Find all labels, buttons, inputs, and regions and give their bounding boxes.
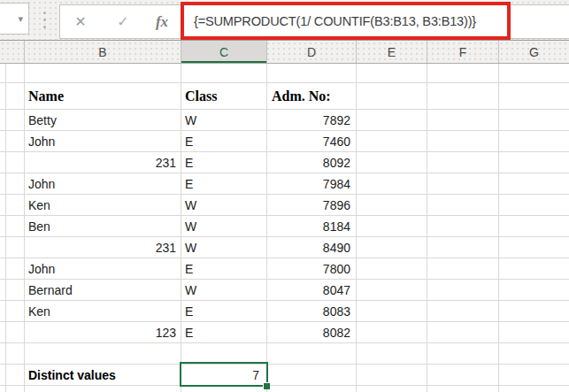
cell-name[interactable]: Ken [25,301,180,321]
formula-text[interactable]: {=SUMPRODUCT(1/ COUNTIF(B3:B13, B3:B13))… [194,14,476,28]
cell-name[interactable]: Ken [25,195,180,215]
cell-name[interactable]: Betty [25,110,180,130]
name-box-dropdown-icon[interactable]: ▾ [18,14,23,24]
table-row: Ken E 8083 [0,301,569,322]
cell-class[interactable]: W [181,195,265,215]
table-row: John E 7460 [0,131,569,152]
table-row: Ben W 8184 [0,216,569,237]
table-row: Betty W 7892 [0,110,569,131]
cell-adm[interactable]: 7800 [267,258,355,279]
cell-class[interactable]: W [181,216,265,236]
table-row: 231 E 8092 [0,152,569,173]
cell-name[interactable]: 231 [25,152,180,173]
cell-class[interactable]: W [181,237,265,257]
formula-bar-area: ▾ ✕ ✓ fx {=SUMPRODUCT(1/ COUNTIF(B3:B13,… [0,0,569,41]
cell-adm[interactable]: 8184 [267,216,355,236]
column-header-E[interactable]: E [356,41,427,63]
table-row: John E 7800 [0,258,569,280]
cell-name[interactable]: 123 [25,322,180,342]
cell-class[interactable]: E [181,322,265,342]
distinct-values-label[interactable]: Distinct values [25,365,180,385]
cell-class[interactable]: E [181,152,265,173]
column-header-C[interactable]: C [181,41,266,63]
column-header-corner [0,41,24,63]
fill-handle[interactable] [263,382,270,389]
column-headers: B C D E F G [0,41,569,64]
enter-icon[interactable]: ✓ [111,5,135,38]
cell-name-header[interactable]: Name [25,83,180,109]
table-row: Ken W 7896 [0,195,569,216]
cell-name[interactable]: John [25,258,180,279]
insert-function-icon[interactable]: fx [150,5,173,38]
cell-adm-header[interactable]: Adm. No: [267,83,355,109]
table-header-row: Name Class Adm. No: [0,83,569,110]
column-header-B[interactable]: B [24,41,181,63]
table-row: John E 7984 [0,173,569,195]
cell-adm[interactable]: 8047 [267,280,355,300]
name-box[interactable]: ▾ [0,3,29,35]
cell-adm[interactable]: 7896 [267,195,355,215]
active-cell-border[interactable] [180,362,268,387]
table-row [0,64,569,83]
cell-class[interactable]: W [181,280,265,300]
column-header-F[interactable]: F [427,41,498,63]
column-header-G[interactable]: G [498,41,569,63]
cell-adm[interactable]: 8092 [267,152,355,173]
cell-adm[interactable]: 7460 [267,131,355,151]
cell-adm[interactable]: 7892 [267,110,355,130]
cell-adm[interactable]: 7984 [267,173,355,194]
cell-adm[interactable]: 8490 [267,237,355,257]
formula-bar-separator [43,12,46,28]
column-header-D[interactable]: D [266,41,356,63]
cell-name[interactable]: 231 [25,237,180,257]
cell-class[interactable]: E [181,173,265,194]
cell-class[interactable]: W [181,110,265,130]
table-row: Bernard W 8047 [0,280,569,301]
cell-class-header[interactable]: Class [181,83,265,109]
formula-highlight-box: {=SUMPRODUCT(1/ COUNTIF(B3:B13, B3:B13))… [181,2,511,40]
cell-adm[interactable]: 8083 [267,301,355,321]
cell-name[interactable]: Bernard [25,280,180,300]
cell-adm[interactable]: 8082 [267,322,355,342]
spreadsheet-grid: B C D E F G Name Class Adm. No: Betty W … [0,41,569,392]
table-row [0,386,569,392]
cell-class[interactable]: E [181,301,265,321]
table-row: 231 W 8490 [0,237,569,258]
cell-class[interactable]: E [181,258,265,279]
distinct-values-row: Distinct values 7 [0,365,569,386]
cell-name[interactable]: John [25,131,180,151]
cell-name[interactable]: John [25,173,180,194]
cell-name[interactable]: Ben [25,216,180,236]
cell-class[interactable]: E [181,131,265,151]
table-row [0,343,569,365]
table-row: 123 E 8082 [0,322,569,343]
cancel-icon[interactable]: ✕ [69,5,92,38]
